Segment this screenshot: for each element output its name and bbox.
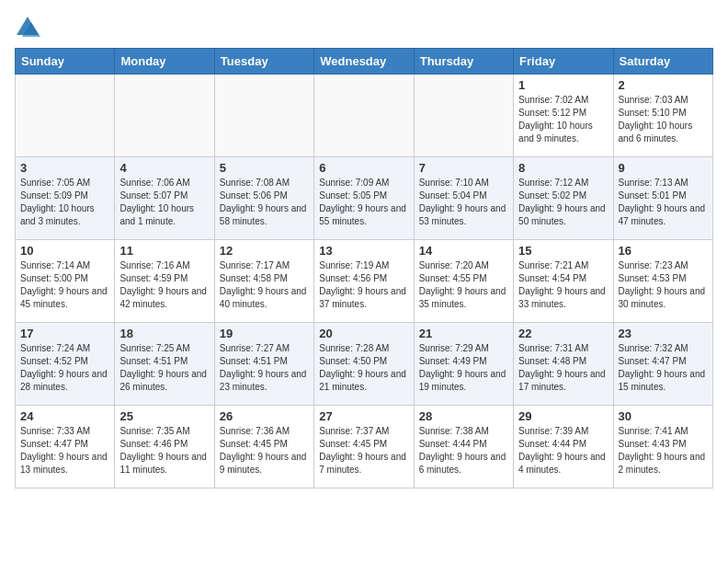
day-number: 3 [20,161,109,175]
header-tuesday: Tuesday [214,49,313,75]
day-number: 9 [619,161,708,175]
day-info: Sunrise: 7:02 AM Sunset: 5:12 PM Dayligh… [518,94,608,145]
day-number: 2 [619,78,708,92]
day-info: Sunrise: 7:08 AM Sunset: 5:06 PM Dayligh… [220,177,309,228]
day-cell: 19Sunrise: 7:27 AM Sunset: 4:51 PM Dayli… [214,323,313,406]
day-cell: 17Sunrise: 7:24 AM Sunset: 4:52 PM Dayli… [16,323,115,406]
day-cell: 21Sunrise: 7:29 AM Sunset: 4:49 PM Dayli… [414,323,513,406]
header-wednesday: Wednesday [314,49,414,75]
day-info: Sunrise: 7:41 AM Sunset: 4:43 PM Dayligh… [619,425,708,477]
day-cell: 12Sunrise: 7:17 AM Sunset: 4:58 PM Dayli… [214,240,313,323]
day-number: 1 [518,78,608,92]
day-number: 22 [518,327,608,340]
day-info: Sunrise: 7:28 AM Sunset: 4:50 PM Dayligh… [319,342,408,394]
calendar-row: 17Sunrise: 7:24 AM Sunset: 4:52 PM Dayli… [16,323,713,406]
day-info: Sunrise: 7:06 AM Sunset: 5:07 PM Dayligh… [119,177,209,228]
logo [15,15,44,40]
day-number: 5 [220,161,309,175]
day-number: 25 [119,409,209,423]
day-info: Sunrise: 7:38 AM Sunset: 4:44 PM Dayligh… [419,425,508,477]
day-number: 13 [319,244,408,258]
day-info: Sunrise: 7:16 AM Sunset: 4:59 PM Dayligh… [119,259,209,311]
day-info: Sunrise: 7:27 AM Sunset: 4:51 PM Dayligh… [220,342,309,394]
day-info: Sunrise: 7:36 AM Sunset: 4:45 PM Dayligh… [220,425,309,477]
day-number: 17 [20,327,109,340]
day-info: Sunrise: 7:13 AM Sunset: 5:01 PM Dayligh… [619,177,708,228]
day-info: Sunrise: 7:23 AM Sunset: 4:53 PM Dayligh… [619,259,708,311]
day-number: 28 [419,409,508,423]
day-cell: 24Sunrise: 7:33 AM Sunset: 4:47 PM Dayli… [16,406,115,488]
calendar-row: 24Sunrise: 7:33 AM Sunset: 4:47 PM Dayli… [16,406,713,488]
day-cell: 13Sunrise: 7:19 AM Sunset: 4:56 PM Dayli… [314,240,414,323]
day-info: Sunrise: 7:10 AM Sunset: 5:04 PM Dayligh… [419,177,508,228]
day-cell: 11Sunrise: 7:16 AM Sunset: 4:59 PM Dayli… [115,240,214,323]
day-cell: 20Sunrise: 7:28 AM Sunset: 4:50 PM Dayli… [314,323,414,406]
day-cell: 16Sunrise: 7:23 AM Sunset: 4:53 PM Dayli… [613,240,712,323]
day-number: 12 [220,244,309,258]
logo-icon [15,15,40,40]
day-number: 14 [419,244,508,258]
day-cell [314,75,414,157]
day-cell: 5Sunrise: 7:08 AM Sunset: 5:06 PM Daylig… [214,157,313,240]
header-row: SundayMondayTuesdayWednesdayThursdayFrid… [16,49,713,75]
calendar-row: 10Sunrise: 7:14 AM Sunset: 5:00 PM Dayli… [16,240,713,323]
calendar-row: 1Sunrise: 7:02 AM Sunset: 5:12 PM Daylig… [16,75,713,157]
day-number: 16 [619,244,708,258]
day-info: Sunrise: 7:39 AM Sunset: 4:44 PM Dayligh… [518,425,608,477]
header-monday: Monday [115,49,214,75]
day-cell [16,75,115,157]
day-info: Sunrise: 7:20 AM Sunset: 4:55 PM Dayligh… [419,259,508,311]
day-number: 10 [20,244,109,258]
day-info: Sunrise: 7:29 AM Sunset: 4:49 PM Dayligh… [419,342,508,394]
day-info: Sunrise: 7:33 AM Sunset: 4:47 PM Dayligh… [20,425,109,477]
day-info: Sunrise: 7:17 AM Sunset: 4:58 PM Dayligh… [220,259,309,311]
day-cell: 8Sunrise: 7:12 AM Sunset: 5:02 PM Daylig… [514,157,613,240]
day-number: 23 [619,327,708,340]
day-cell: 1Sunrise: 7:02 AM Sunset: 5:12 PM Daylig… [514,75,613,157]
day-info: Sunrise: 7:25 AM Sunset: 4:51 PM Dayligh… [119,342,209,394]
day-info: Sunrise: 7:05 AM Sunset: 5:09 PM Dayligh… [20,177,109,228]
day-cell: 27Sunrise: 7:37 AM Sunset: 4:45 PM Dayli… [314,406,414,488]
day-number: 7 [419,161,508,175]
day-info: Sunrise: 7:35 AM Sunset: 4:46 PM Dayligh… [119,425,209,477]
calendar-row: 3Sunrise: 7:05 AM Sunset: 5:09 PM Daylig… [16,157,713,240]
day-cell [414,75,513,157]
day-cell: 15Sunrise: 7:21 AM Sunset: 4:54 PM Dayli… [514,240,613,323]
day-cell: 29Sunrise: 7:39 AM Sunset: 4:44 PM Dayli… [514,406,613,488]
day-cell [115,75,214,157]
calendar-table: SundayMondayTuesdayWednesdayThursdayFrid… [15,48,713,488]
day-cell: 3Sunrise: 7:05 AM Sunset: 5:09 PM Daylig… [16,157,115,240]
day-cell: 25Sunrise: 7:35 AM Sunset: 4:46 PM Dayli… [115,406,214,488]
page-header [15,15,713,40]
day-cell: 18Sunrise: 7:25 AM Sunset: 4:51 PM Dayli… [115,323,214,406]
day-cell: 28Sunrise: 7:38 AM Sunset: 4:44 PM Dayli… [414,406,513,488]
day-cell: 30Sunrise: 7:41 AM Sunset: 4:43 PM Dayli… [613,406,712,488]
day-number: 18 [119,327,209,340]
day-number: 30 [619,409,708,423]
day-cell: 23Sunrise: 7:32 AM Sunset: 4:47 PM Dayli… [613,323,712,406]
day-info: Sunrise: 7:37 AM Sunset: 4:45 PM Dayligh… [319,425,408,477]
day-number: 6 [319,161,408,175]
day-number: 21 [419,327,508,340]
day-number: 4 [119,161,209,175]
header-thursday: Thursday [414,49,513,75]
day-cell: 14Sunrise: 7:20 AM Sunset: 4:55 PM Dayli… [414,240,513,323]
day-number: 11 [119,244,209,258]
day-cell: 4Sunrise: 7:06 AM Sunset: 5:07 PM Daylig… [115,157,214,240]
day-info: Sunrise: 7:21 AM Sunset: 4:54 PM Dayligh… [518,259,608,311]
day-number: 19 [220,327,309,340]
day-number: 26 [220,409,309,423]
day-cell: 22Sunrise: 7:31 AM Sunset: 4:48 PM Dayli… [514,323,613,406]
day-cell: 7Sunrise: 7:10 AM Sunset: 5:04 PM Daylig… [414,157,513,240]
day-number: 20 [319,327,408,340]
day-cell: 9Sunrise: 7:13 AM Sunset: 5:01 PM Daylig… [613,157,712,240]
header-friday: Friday [514,49,613,75]
day-info: Sunrise: 7:32 AM Sunset: 4:47 PM Dayligh… [619,342,708,394]
day-number: 24 [20,409,109,423]
day-info: Sunrise: 7:19 AM Sunset: 4:56 PM Dayligh… [319,259,408,311]
day-info: Sunrise: 7:12 AM Sunset: 5:02 PM Dayligh… [518,177,608,228]
day-cell: 2Sunrise: 7:03 AM Sunset: 5:10 PM Daylig… [613,75,712,157]
day-cell: 26Sunrise: 7:36 AM Sunset: 4:45 PM Dayli… [214,406,313,488]
day-number: 27 [319,409,408,423]
day-number: 15 [518,244,608,258]
